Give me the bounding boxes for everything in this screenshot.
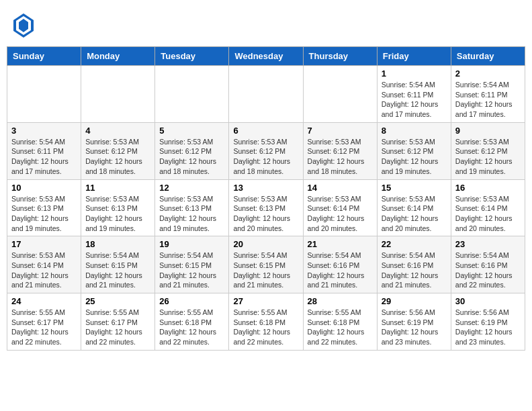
day-number: 20	[233, 239, 298, 249]
weekday-header-thursday: Thursday	[303, 47, 377, 66]
day-number: 24	[11, 296, 77, 306]
calendar-week-3: 10Sunrise: 5:53 AM Sunset: 6:13 PM Dayli…	[7, 179, 525, 236]
day-info: Sunrise: 5:53 AM Sunset: 6:14 PM Dayligh…	[382, 194, 447, 234]
day-info: Sunrise: 5:54 AM Sunset: 6:11 PM Dayligh…	[382, 80, 447, 120]
day-info: Sunrise: 5:54 AM Sunset: 6:16 PM Dayligh…	[455, 250, 521, 290]
day-number: 6	[233, 126, 298, 136]
day-info: Sunrise: 5:55 AM Sunset: 6:18 PM Dayligh…	[308, 308, 373, 347]
calendar-cell: 29Sunrise: 5:56 AM Sunset: 6:19 PM Dayli…	[377, 293, 451, 351]
header	[7, 7, 525, 41]
calendar-week-4: 17Sunrise: 5:53 AM Sunset: 6:14 PM Dayli…	[7, 236, 525, 293]
day-info: Sunrise: 5:53 AM Sunset: 6:13 PM Dayligh…	[233, 194, 298, 234]
calendar-cell: 9Sunrise: 5:53 AM Sunset: 6:12 PM Daylig…	[451, 122, 525, 179]
weekday-header-monday: Monday	[81, 47, 155, 66]
day-info: Sunrise: 5:53 AM Sunset: 6:12 PM Dayligh…	[455, 137, 521, 177]
day-number: 11	[85, 183, 150, 193]
calendar-cell: 4Sunrise: 5:53 AM Sunset: 6:12 PM Daylig…	[81, 122, 155, 179]
day-number: 26	[159, 296, 224, 306]
day-number: 21	[308, 239, 373, 249]
logo	[13, 13, 36, 38]
day-info: Sunrise: 5:53 AM Sunset: 6:13 PM Dayligh…	[85, 194, 150, 234]
calendar-cell	[303, 66, 377, 123]
calendar-cell: 21Sunrise: 5:54 AM Sunset: 6:16 PM Dayli…	[303, 236, 377, 293]
calendar-cell: 28Sunrise: 5:55 AM Sunset: 6:18 PM Dayli…	[303, 293, 377, 351]
day-number: 9	[455, 126, 521, 136]
day-info: Sunrise: 5:53 AM Sunset: 6:13 PM Dayligh…	[11, 194, 77, 234]
calendar-cell: 20Sunrise: 5:54 AM Sunset: 6:15 PM Dayli…	[229, 236, 303, 293]
day-info: Sunrise: 5:53 AM Sunset: 6:12 PM Dayligh…	[159, 137, 224, 177]
day-info: Sunrise: 5:53 AM Sunset: 6:12 PM Dayligh…	[382, 137, 447, 177]
calendar-cell: 13Sunrise: 5:53 AM Sunset: 6:13 PM Dayli…	[229, 179, 303, 236]
weekday-header-friday: Friday	[377, 47, 451, 66]
day-number: 1	[382, 68, 447, 79]
calendar-cell	[81, 66, 155, 123]
day-info: Sunrise: 5:53 AM Sunset: 6:14 PM Dayligh…	[308, 194, 373, 234]
calendar-cell: 30Sunrise: 5:56 AM Sunset: 6:19 PM Dayli…	[451, 293, 525, 351]
day-info: Sunrise: 5:54 AM Sunset: 6:11 PM Dayligh…	[455, 80, 521, 120]
day-info: Sunrise: 5:56 AM Sunset: 6:19 PM Dayligh…	[455, 308, 521, 347]
calendar-cell: 10Sunrise: 5:53 AM Sunset: 6:13 PM Dayli…	[7, 179, 81, 236]
calendar-cell: 27Sunrise: 5:55 AM Sunset: 6:18 PM Dayli…	[229, 293, 303, 351]
weekday-header-sunday: Sunday	[7, 47, 81, 66]
calendar-cell: 6Sunrise: 5:53 AM Sunset: 6:12 PM Daylig…	[229, 122, 303, 179]
day-info: Sunrise: 5:53 AM Sunset: 6:12 PM Dayligh…	[233, 137, 298, 177]
day-number: 25	[85, 296, 150, 306]
calendar-cell: 14Sunrise: 5:53 AM Sunset: 6:14 PM Dayli…	[303, 179, 377, 236]
calendar-week-5: 24Sunrise: 5:55 AM Sunset: 6:17 PM Dayli…	[7, 293, 525, 351]
day-info: Sunrise: 5:54 AM Sunset: 6:15 PM Dayligh…	[85, 250, 150, 290]
day-info: Sunrise: 5:56 AM Sunset: 6:19 PM Dayligh…	[382, 308, 447, 347]
calendar-cell: 15Sunrise: 5:53 AM Sunset: 6:14 PM Dayli…	[377, 179, 451, 236]
calendar-cell: 24Sunrise: 5:55 AM Sunset: 6:17 PM Dayli…	[7, 293, 81, 351]
day-number: 15	[382, 183, 447, 193]
day-number: 18	[85, 239, 150, 249]
logo-icon	[13, 13, 34, 38]
day-number: 22	[382, 239, 447, 249]
day-number: 16	[455, 183, 521, 193]
calendar-cell: 26Sunrise: 5:55 AM Sunset: 6:18 PM Dayli…	[155, 293, 229, 351]
calendar-body: 1Sunrise: 5:54 AM Sunset: 6:11 PM Daylig…	[7, 66, 525, 351]
day-number: 5	[159, 126, 224, 136]
day-number: 2	[455, 68, 521, 79]
calendar-cell: 2Sunrise: 5:54 AM Sunset: 6:11 PM Daylig…	[451, 66, 525, 123]
calendar-cell	[7, 66, 81, 123]
day-number: 8	[382, 126, 447, 136]
day-info: Sunrise: 5:53 AM Sunset: 6:12 PM Dayligh…	[85, 137, 150, 177]
calendar-cell: 12Sunrise: 5:53 AM Sunset: 6:13 PM Dayli…	[155, 179, 229, 236]
calendar-cell: 16Sunrise: 5:53 AM Sunset: 6:14 PM Dayli…	[451, 179, 525, 236]
day-number: 14	[308, 183, 373, 193]
day-info: Sunrise: 5:54 AM Sunset: 6:15 PM Dayligh…	[233, 250, 298, 290]
day-info: Sunrise: 5:54 AM Sunset: 6:15 PM Dayligh…	[159, 250, 224, 290]
calendar-cell: 17Sunrise: 5:53 AM Sunset: 6:14 PM Dayli…	[7, 236, 81, 293]
day-number: 4	[85, 126, 150, 136]
calendar-cell: 7Sunrise: 5:53 AM Sunset: 6:12 PM Daylig…	[303, 122, 377, 179]
day-number: 7	[308, 126, 373, 136]
weekday-header-wednesday: Wednesday	[229, 47, 303, 66]
calendar-cell: 3Sunrise: 5:54 AM Sunset: 6:11 PM Daylig…	[7, 122, 81, 179]
calendar-cell	[229, 66, 303, 123]
calendar-cell	[155, 66, 229, 123]
day-info: Sunrise: 5:53 AM Sunset: 6:14 PM Dayligh…	[455, 194, 521, 234]
calendar-week-2: 3Sunrise: 5:54 AM Sunset: 6:11 PM Daylig…	[7, 122, 525, 179]
calendar-table: SundayMondayTuesdayWednesdayThursdayFrid…	[7, 46, 525, 351]
day-number: 10	[11, 183, 77, 193]
day-number: 28	[308, 296, 373, 306]
calendar-cell: 22Sunrise: 5:54 AM Sunset: 6:16 PM Dayli…	[377, 236, 451, 293]
calendar-cell: 1Sunrise: 5:54 AM Sunset: 6:11 PM Daylig…	[377, 66, 451, 123]
calendar-cell: 11Sunrise: 5:53 AM Sunset: 6:13 PM Dayli…	[81, 179, 155, 236]
day-number: 13	[233, 183, 298, 193]
day-info: Sunrise: 5:53 AM Sunset: 6:13 PM Dayligh…	[159, 194, 224, 234]
weekday-header-tuesday: Tuesday	[155, 47, 229, 66]
day-info: Sunrise: 5:55 AM Sunset: 6:18 PM Dayligh…	[233, 308, 298, 347]
calendar-cell: 25Sunrise: 5:55 AM Sunset: 6:17 PM Dayli…	[81, 293, 155, 351]
day-number: 29	[382, 296, 447, 306]
day-info: Sunrise: 5:54 AM Sunset: 6:16 PM Dayligh…	[308, 250, 373, 290]
day-info: Sunrise: 5:55 AM Sunset: 6:17 PM Dayligh…	[85, 308, 150, 347]
calendar-cell: 5Sunrise: 5:53 AM Sunset: 6:12 PM Daylig…	[155, 122, 229, 179]
day-number: 3	[11, 126, 77, 136]
day-info: Sunrise: 5:53 AM Sunset: 6:14 PM Dayligh…	[11, 250, 77, 290]
calendar-cell: 19Sunrise: 5:54 AM Sunset: 6:15 PM Dayli…	[155, 236, 229, 293]
calendar-week-1: 1Sunrise: 5:54 AM Sunset: 6:11 PM Daylig…	[7, 66, 525, 123]
weekday-header-saturday: Saturday	[451, 47, 525, 66]
day-number: 23	[455, 239, 521, 249]
day-info: Sunrise: 5:54 AM Sunset: 6:16 PM Dayligh…	[382, 250, 447, 290]
